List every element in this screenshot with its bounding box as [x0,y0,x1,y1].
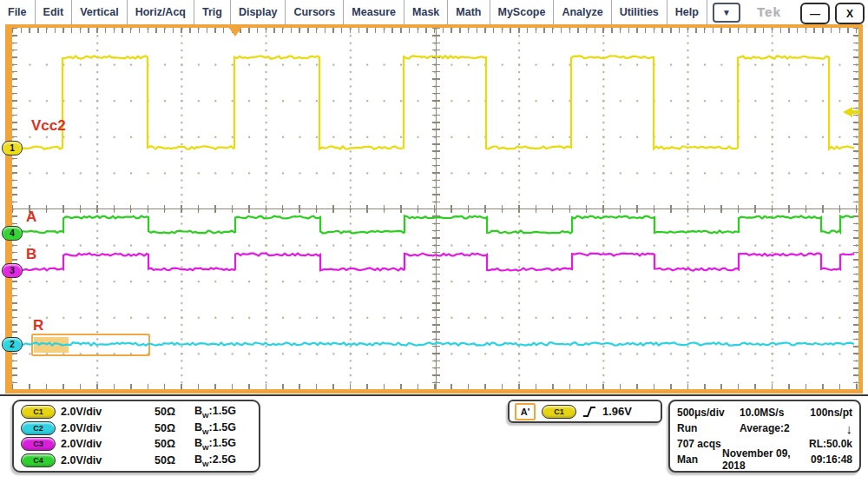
trigger-aux-badge: A' [515,403,536,420]
menu-item-utilities[interactable]: Utilities [612,0,667,24]
channel-termination: 50Ω [155,422,194,434]
arrow-down-icon: ↓ [846,421,853,436]
channel-marker-4[interactable]: 4 [2,226,23,241]
trigger-level-arrow-tail [852,110,860,114]
channel-readout-row-c1: C12.0V/div50ΩBW:1.5G [21,404,252,420]
channel-scale: 2.0V/div [61,422,155,434]
sample-rate: 10.0MS/s [740,407,810,419]
menu-bar: FileEditVerticalHoriz/AcqTrigDisplayCurs… [0,0,868,24]
trigger-position-marker-icon[interactable] [228,27,242,36]
trace-label-vcc2: Vcc2 [31,117,66,135]
channel-termination: 50Ω [155,454,194,466]
channel-pill-c1[interactable]: C1 [21,405,56,419]
channel-readout-panel: C12.0V/div50ΩBW:1.5GC22.0V/div50ΩBW:1.5G… [12,400,260,473]
menu-item-trig[interactable]: Trig [194,0,231,24]
timebase-scale: 500μs/div [677,407,740,419]
minimize-button[interactable]: — [800,3,830,24]
channel-marker-2[interactable]: 2 [2,337,23,352]
channel-termination: 50Ω [155,406,194,418]
channel-bandwidth: BW:1.5G [194,405,252,420]
channel-scale: 2.0V/div [61,406,155,418]
trigger-level-value: 1.96V [602,405,632,418]
channel-bandwidth: BW:1.5G [194,421,252,436]
channel-pill-c3[interactable]: C3 [21,437,56,451]
r-trace-annotation-box[interactable] [31,334,150,356]
channel-readout-row-c3: C32.0V/div50ΩBW:1.5G [21,436,252,453]
trace-label-b: B [26,246,36,263]
menu-overflow-button[interactable]: ▼ [713,3,740,23]
tekscope-window: FileEditVerticalHoriz/AcqTrigDisplayCurs… [0,0,868,483]
menu-bar-items: FileEditVerticalHoriz/AcqTrigDisplayCurs… [0,0,707,24]
trigger-source-pill[interactable]: C1 [542,405,576,419]
display-bottom-divider [0,394,868,396]
rising-edge-icon [582,405,596,419]
channel-pill-c4[interactable]: C4 [21,453,56,467]
trigger-mode: Man [677,453,722,466]
minimize-icon: — [810,8,820,20]
menu-item-edit[interactable]: Edit [36,0,73,24]
r-trace-annotation-flag [34,337,69,353]
menu-item-analyze[interactable]: Analyze [554,0,611,24]
channel-bandwidth: BW:1.5G [194,437,252,452]
channel-scale: 2.0V/div [61,454,155,466]
close-button[interactable]: X [835,3,865,24]
date-display: November 09, 2018 [722,447,811,472]
chevron-down-icon: ▼ [722,8,731,17]
menu-item-horizacq[interactable]: Horiz/Acq [128,0,194,24]
menu-item-myscope[interactable]: MyScope [490,0,555,24]
close-icon: X [846,8,853,20]
channel-scale: 2.0V/div [61,438,155,450]
menu-item-math[interactable]: Math [448,0,490,24]
horizontal-readout-panel[interactable]: 500μs/div 10.0MS/s 100ns/pt Run Average:… [668,400,861,473]
menu-item-measure[interactable]: Measure [344,0,404,24]
time-display: 09:16:48 [811,453,852,466]
channel-bandwidth: BW:2.5G [194,453,252,468]
channel-termination: 50Ω [155,438,194,450]
channel-pill-c2[interactable]: C2 [21,421,56,435]
tek-logo: Tek [757,4,781,19]
menu-item-vertical[interactable]: Vertical [72,0,127,24]
center-horizontal-axis [12,208,858,209]
trace-label-a: A [26,208,36,226]
acq-mode: Average:2 [740,422,846,434]
menu-item-help[interactable]: Help [667,0,707,24]
channel-marker-3[interactable]: 3 [2,263,23,278]
menu-item-mask[interactable]: Mask [404,0,448,24]
menu-item-display[interactable]: Display [231,0,286,24]
channel-readout-row-c2: C22.0V/div50ΩBW:1.5G [21,420,252,437]
menu-item-cursors[interactable]: Cursors [286,0,344,24]
trace-label-r: R [33,317,43,334]
menu-item-file[interactable]: File [0,0,36,24]
sample-resolution: 100ns/pt [810,407,852,419]
channel-marker-1[interactable]: 1 [2,141,23,155]
channel-readout-row-c4: C42.0V/div50ΩBW:2.5G [21,453,252,469]
trigger-readout-panel[interactable]: A' C1 1.96V [508,400,662,423]
acq-state: Run [677,422,740,434]
